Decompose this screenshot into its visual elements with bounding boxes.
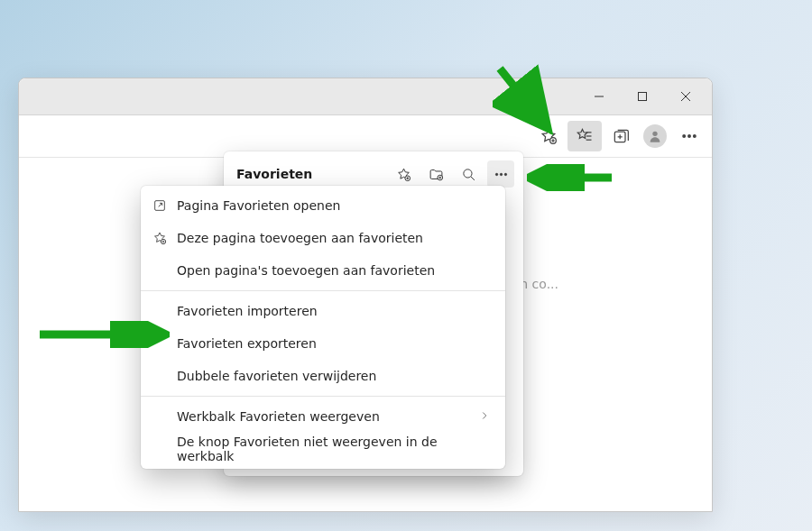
favorites-more-menu: Pagina Favorieten openen Deze pagina toe…: [141, 186, 505, 469]
star-add-icon: [152, 230, 168, 246]
svg-point-23: [463, 169, 471, 177]
maximize-icon: [637, 91, 648, 102]
menu-separator: [141, 290, 505, 291]
menu-item-label: Open pagina's toevoegen aan favorieten: [177, 263, 435, 278]
background-truncated-text: n co...: [520, 277, 558, 291]
window-controls: [578, 83, 712, 110]
window-titlebar: [19, 78, 712, 115]
favorites-icon: [576, 127, 594, 145]
folder-add-icon: [429, 167, 444, 182]
menu-open-favorites-page[interactable]: Pagina Favorieten openen: [141, 189, 505, 222]
minimize-button[interactable]: [578, 83, 620, 110]
svg-line-24: [470, 176, 474, 179]
favorites-popover-title: Favorieten: [236, 167, 384, 181]
menu-item-label: Werkbalk Favorieten weergeven: [177, 409, 380, 424]
svg-point-25: [495, 173, 497, 175]
close-button[interactable]: [665, 83, 706, 110]
fav-more-button[interactable]: [487, 160, 514, 188]
settings-more-button[interactable]: [672, 121, 706, 151]
menu-item-label: Deze pagina toevoegen aan favorieten: [177, 231, 423, 245]
profile-button[interactable]: [643, 124, 667, 148]
maximize-button[interactable]: [622, 83, 663, 110]
desktop-background: n co... Favorieten: [0, 0, 812, 531]
close-icon: [680, 91, 691, 102]
svg-point-27: [504, 173, 506, 175]
fav-add-page-button[interactable]: [390, 160, 417, 188]
menu-import-favorites[interactable]: Favorieten importeren: [141, 295, 505, 327]
fav-add-folder-button[interactable]: [422, 160, 449, 188]
profile-icon: [648, 129, 662, 143]
menu-item-label: Pagina Favorieten openen: [177, 198, 340, 213]
more-icon: [494, 167, 509, 182]
svg-point-16: [694, 135, 697, 138]
menu-item-label: Dubbele favorieten verwijderen: [177, 369, 376, 383]
menu-item-label: Favorieten importeren: [177, 304, 318, 318]
svg-rect-1: [639, 93, 647, 101]
menu-show-favorites-toolbar[interactable]: Werkbalk Favorieten weergeven: [141, 400, 505, 433]
favorites-button[interactable]: [567, 121, 602, 151]
menu-add-open-pages[interactable]: Open pagina's toevoegen aan favorieten: [141, 254, 505, 287]
menu-item-label: De knop Favorieten niet weergeven in de …: [177, 435, 491, 463]
fav-search-button[interactable]: [455, 160, 482, 188]
chevron-right-icon: [478, 409, 491, 425]
menu-hide-favorites-button[interactable]: De knop Favorieten niet weergeven in de …: [141, 433, 505, 465]
svg-point-14: [683, 135, 686, 138]
minimize-icon: [594, 91, 604, 102]
open-new-icon: [152, 197, 168, 214]
svg-point-26: [500, 173, 502, 175]
star-add-icon: [396, 167, 411, 182]
menu-add-page-to-favorites[interactable]: Deze pagina toevoegen aan favorieten: [141, 222, 505, 254]
menu-remove-duplicates[interactable]: Dubbele favorieten verwijderen: [141, 360, 505, 392]
menu-export-favorites[interactable]: Favorieten exporteren: [141, 327, 505, 360]
star-add-icon: [540, 127, 558, 145]
svg-point-15: [688, 135, 691, 138]
search-icon: [461, 167, 476, 182]
more-icon: [680, 127, 698, 145]
collections-icon: [612, 127, 630, 145]
svg-point-13: [652, 132, 657, 136]
collections-button[interactable]: [604, 121, 638, 151]
menu-separator: [141, 396, 505, 397]
menu-item-label: Favorieten exporteren: [177, 336, 317, 351]
add-favorite-button[interactable]: [531, 121, 566, 151]
